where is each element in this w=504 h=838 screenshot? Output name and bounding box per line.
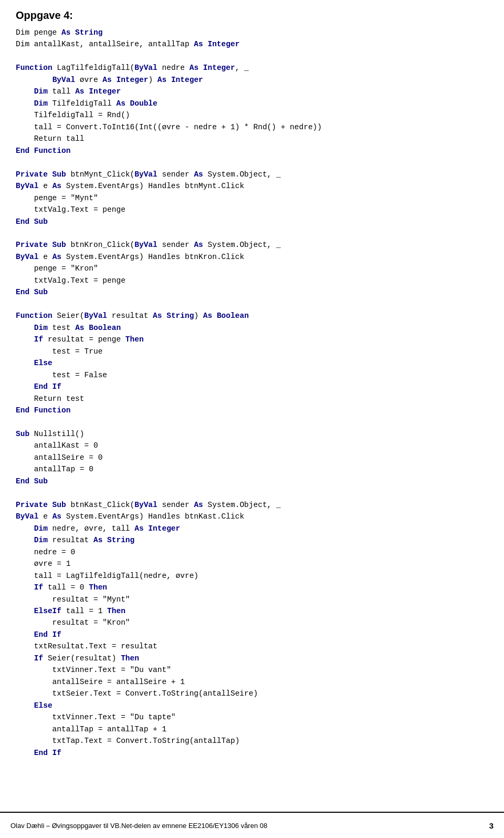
content-area: Oppgave 4: Dim penge As String Dim antal… (0, 0, 504, 801)
code-block: Dim penge As String Dim antallKast, anta… (16, 27, 488, 759)
footer-text: Olav Dæhli – Øvingsoppgaver til VB.Net-d… (10, 822, 267, 830)
page-container: Oppgave 4: Dim penge As String Dim antal… (0, 0, 504, 838)
footer-page-number: 3 (489, 821, 494, 830)
page-title: Oppgave 4: (16, 9, 488, 22)
footer-bar: Olav Dæhli – Øvingsoppgaver til VB.Net-d… (0, 812, 504, 838)
